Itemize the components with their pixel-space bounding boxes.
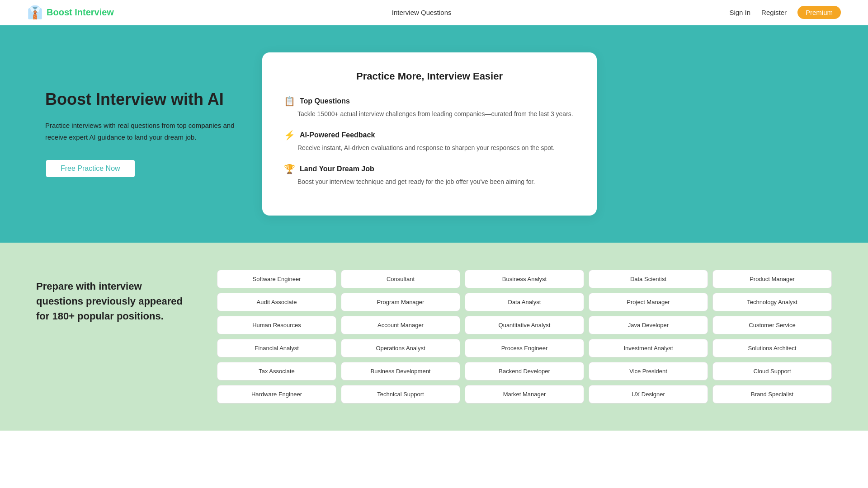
position-btn[interactable]: Business Development — [341, 362, 460, 380]
position-btn[interactable]: Account Manager — [341, 316, 460, 334]
position-btn[interactable]: Cloud Support — [712, 362, 832, 380]
dream-job-desc: Boost your interview technique and get r… — [297, 177, 575, 187]
position-btn[interactable]: Project Manager — [589, 293, 708, 311]
positions-heading: Prepare with interview questions previou… — [36, 279, 190, 324]
position-btn[interactable]: UX Designer — [589, 385, 708, 404]
position-btn[interactable]: Operations Analyst — [341, 339, 460, 357]
ai-feedback-desc: Receive instant, AI-driven evaluations a… — [297, 143, 575, 153]
dream-job-icon: 🏆 — [284, 164, 295, 174]
position-btn[interactable]: Human Resources — [217, 316, 336, 334]
position-btn[interactable]: Product Manager — [712, 270, 832, 288]
free-practice-button[interactable]: Free Practice Now — [45, 159, 136, 178]
hero-left: Boost Interview with AI Practice intervi… — [45, 90, 235, 178]
feature-ai-feedback: ⚡ AI-Powered Feedback Receive instant, A… — [284, 130, 575, 153]
position-btn[interactable]: Quantitative Analyst — [465, 316, 584, 334]
ai-feedback-title: AI-Powered Feedback — [300, 131, 375, 139]
position-btn[interactable]: Vice President — [589, 362, 708, 380]
navbar-center: Interview Questions — [392, 9, 452, 17]
feature-top-questions: 📋 Top Questions Tackle 15000+ actual int… — [284, 96, 575, 119]
positions-section: Prepare with interview questions previou… — [0, 243, 868, 431]
position-btn[interactable]: Program Manager — [341, 293, 460, 311]
dream-job-title: Land Your Dream Job — [300, 165, 374, 173]
position-btn[interactable]: Financial Analyst — [217, 339, 336, 357]
position-btn[interactable]: Java Developer — [589, 316, 708, 334]
position-btn[interactable]: Tax Associate — [217, 362, 336, 380]
hero-section: Boost Interview with AI Practice intervi… — [0, 25, 868, 243]
navbar: 👔 Boost Interview Interview Questions Si… — [0, 0, 868, 25]
position-btn[interactable]: Backend Developer — [465, 362, 584, 380]
navbar-right: Sign In Register Premium — [729, 6, 841, 19]
position-btn[interactable]: Data Analyst — [465, 293, 584, 311]
position-btn[interactable]: Brand Specialist — [712, 385, 832, 404]
position-btn[interactable]: Data Scientist — [589, 270, 708, 288]
logo[interactable]: 👔 Boost Interview — [27, 5, 114, 20]
hero-card: Practice More, Interview Easier 📋 Top Qu… — [262, 52, 597, 216]
position-btn[interactable]: Process Engineer — [465, 339, 584, 357]
position-btn[interactable]: Customer Service — [712, 316, 832, 334]
top-questions-title: Top Questions — [300, 97, 350, 105]
position-btn[interactable]: Investment Analyst — [589, 339, 708, 357]
top-questions-desc: Tackle 15000+ actual interview challenge… — [297, 109, 575, 119]
position-btn[interactable]: Solutions Architect — [712, 339, 832, 357]
register-link[interactable]: Register — [761, 9, 787, 16]
position-btn[interactable]: Consultant — [341, 270, 460, 288]
positions-grid: Software EngineerConsultantBusiness Anal… — [217, 270, 832, 404]
tie-icon: 👔 — [27, 5, 43, 20]
position-btn[interactable]: Audit Associate — [217, 293, 336, 311]
positions-left: Prepare with interview questions previou… — [36, 270, 190, 324]
hero-description: Practice interviews with real questions … — [45, 120, 235, 143]
position-btn[interactable]: Hardware Engineer — [217, 385, 336, 404]
logo-text: Boost Interview — [47, 7, 114, 18]
position-btn[interactable]: Technology Analyst — [712, 293, 832, 311]
ai-feedback-icon: ⚡ — [284, 130, 295, 141]
position-btn[interactable]: Market Manager — [465, 385, 584, 404]
interview-questions-link[interactable]: Interview Questions — [392, 9, 452, 16]
position-btn[interactable]: Business Analyst — [465, 270, 584, 288]
position-btn[interactable]: Technical Support — [341, 385, 460, 404]
top-questions-icon: 📋 — [284, 96, 295, 107]
feature-dream-job: 🏆 Land Your Dream Job Boost your intervi… — [284, 164, 575, 187]
premium-button[interactable]: Premium — [797, 6, 841, 19]
position-btn[interactable]: Software Engineer — [217, 270, 336, 288]
signin-link[interactable]: Sign In — [729, 9, 750, 16]
hero-title: Boost Interview with AI — [45, 90, 235, 109]
card-heading: Practice More, Interview Easier — [284, 70, 575, 82]
